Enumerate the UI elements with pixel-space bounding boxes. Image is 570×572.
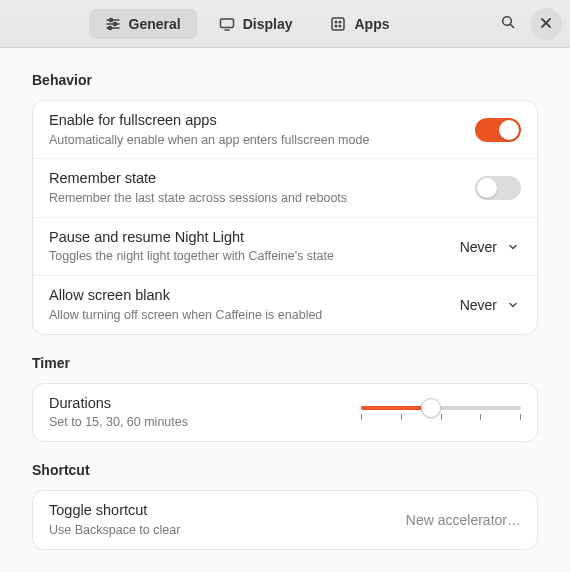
sliders-icon — [105, 16, 121, 32]
svg-point-12 — [340, 25, 342, 27]
shortcut-group: Toggle shortcut Use Backspace to clear N… — [32, 490, 538, 549]
row-text: Enable for fullscreen apps Automatically… — [49, 111, 475, 148]
timer-group: Durations Set to 15, 30, 60 minutes — [32, 383, 538, 442]
row-text: Allow screen blank Allow turning off scr… — [49, 286, 460, 323]
content-area: Behavior Enable for fullscreen apps Auto… — [0, 48, 570, 572]
tab-label: Apps — [354, 16, 389, 32]
tab-apps[interactable]: Apps — [314, 9, 405, 39]
accelerator-value[interactable]: New accelerator… — [406, 512, 521, 528]
svg-point-11 — [336, 25, 338, 27]
tab-general[interactable]: General — [89, 9, 197, 39]
close-icon — [540, 16, 552, 32]
row-subtitle: Allow turning off screen when Caffeine i… — [49, 307, 460, 324]
chevron-down-icon — [507, 241, 519, 253]
row-durations: Durations Set to 15, 30, 60 minutes — [33, 384, 537, 441]
svg-rect-8 — [332, 18, 344, 30]
apps-icon — [330, 16, 346, 32]
row-subtitle: Set to 15, 30, 60 minutes — [49, 414, 361, 431]
slider-thumb[interactable] — [421, 398, 441, 418]
row-toggle-shortcut[interactable]: Toggle shortcut Use Backspace to clear N… — [33, 491, 537, 548]
slider-ticks — [361, 414, 521, 420]
row-title: Enable for fullscreen apps — [49, 111, 475, 131]
row-title: Allow screen blank — [49, 286, 460, 306]
svg-point-5 — [108, 26, 111, 29]
row-title: Remember state — [49, 169, 475, 189]
row-text: Remember state Remember the last state a… — [49, 169, 475, 206]
search-button[interactable] — [492, 8, 524, 40]
row-title: Toggle shortcut — [49, 501, 406, 521]
screen-blank-dropdown[interactable]: Never — [460, 297, 521, 313]
row-subtitle: Automatically enable when an app enters … — [49, 132, 475, 149]
svg-rect-6 — [220, 19, 233, 28]
remember-toggle[interactable] — [475, 176, 521, 200]
row-text: Pause and resume Night Light Toggles the… — [49, 228, 460, 265]
close-button[interactable] — [530, 8, 562, 40]
svg-point-10 — [340, 21, 342, 23]
row-subtitle: Toggles the night light together with Ca… — [49, 248, 460, 265]
tab-label: Display — [243, 16, 293, 32]
row-fullscreen-apps: Enable for fullscreen apps Automatically… — [33, 101, 537, 159]
fullscreen-toggle[interactable] — [475, 118, 521, 142]
view-switcher: General Display Apps — [8, 9, 486, 39]
dropdown-value: Never — [460, 239, 497, 255]
behavior-group: Enable for fullscreen apps Automatically… — [32, 100, 538, 335]
row-subtitle: Use Backspace to clear — [49, 522, 406, 539]
section-title-shortcut: Shortcut — [32, 462, 538, 478]
search-icon — [500, 14, 516, 33]
svg-line-14 — [510, 24, 513, 27]
durations-slider[interactable] — [361, 398, 521, 426]
row-text: Durations Set to 15, 30, 60 minutes — [49, 394, 361, 431]
svg-point-1 — [109, 18, 112, 21]
row-subtitle: Remember the last state across sessions … — [49, 190, 475, 207]
row-remember-state: Remember state Remember the last state a… — [33, 159, 537, 217]
section-title-timer: Timer — [32, 355, 538, 371]
row-title: Durations — [49, 394, 361, 414]
row-title: Pause and resume Night Light — [49, 228, 460, 248]
section-title-behavior: Behavior — [32, 72, 538, 88]
row-night-light[interactable]: Pause and resume Night Light Toggles the… — [33, 218, 537, 276]
svg-point-3 — [113, 22, 116, 25]
titlebar: General Display Apps — [0, 0, 570, 48]
header-actions — [492, 8, 562, 40]
tab-label: General — [129, 16, 181, 32]
dropdown-value: Never — [460, 297, 497, 313]
night-light-dropdown[interactable]: Never — [460, 239, 521, 255]
row-screen-blank[interactable]: Allow screen blank Allow turning off scr… — [33, 276, 537, 333]
row-text: Toggle shortcut Use Backspace to clear — [49, 501, 406, 538]
chevron-down-icon — [507, 299, 519, 311]
display-icon — [219, 16, 235, 32]
svg-point-9 — [336, 21, 338, 23]
tab-display[interactable]: Display — [203, 9, 309, 39]
